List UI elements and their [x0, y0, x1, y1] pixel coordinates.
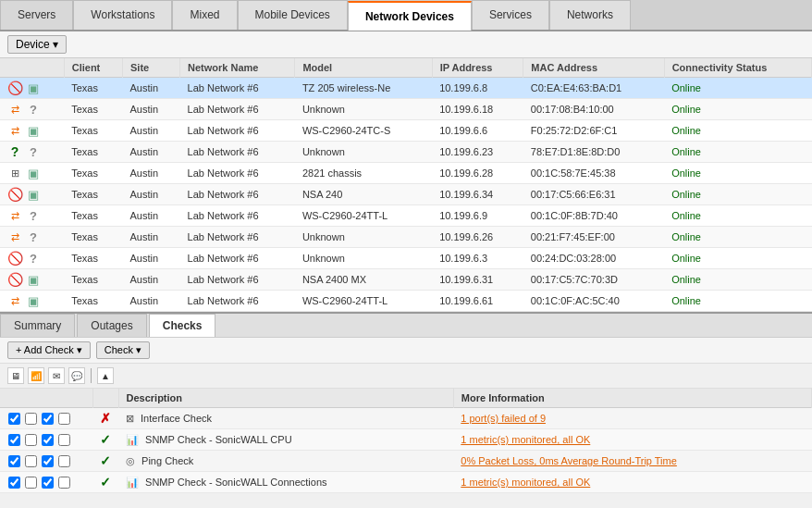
table-row[interactable]: ⇄ ? Texas Austin Lab Network #6 Unknown … — [0, 227, 812, 248]
check-more-info[interactable]: 0% Packet Loss, 0ms Average Round-Trip T… — [461, 455, 677, 466]
device-dropdown-button[interactable]: Device ▾ — [7, 35, 67, 54]
table-row[interactable]: ⇄ ? Texas Austin Lab Network #6 Unknown … — [0, 99, 812, 120]
checks-row[interactable]: ✓ 📊 SNMP Check - SonicWALL Connections 1… — [0, 472, 812, 493]
check-description: Interface Check — [141, 413, 212, 424]
table-row[interactable]: ⇄ ▣ Texas Austin Lab Network #6 WS-C2960… — [0, 120, 812, 142]
bottom-tab-summary[interactable]: Summary — [0, 314, 75, 337]
status-ok-icon: ✓ — [100, 432, 111, 447]
tab-workstations[interactable]: Workstations — [73, 0, 172, 30]
tab-mobile-devices[interactable]: Mobile Devices — [238, 0, 348, 30]
sort-icon[interactable]: ▲ — [97, 367, 114, 384]
cube-icon: ▣ — [26, 187, 41, 202]
checks-col-info: More Information — [453, 389, 811, 408]
network-cell: Lab Network #6 — [180, 269, 295, 291]
table-row[interactable]: ⊞ ▣ Texas Austin Lab Network #6 2821 cha… — [0, 163, 812, 184]
checks-info-cell[interactable]: 1 port(s) failed of 9 — [453, 408, 811, 429]
check-cb-1[interactable] — [25, 434, 37, 446]
monitor-icon[interactable]: 🖥 — [7, 367, 24, 384]
checks-row[interactable]: ✗ ⊠ Interface Check 1 port(s) failed of … — [0, 408, 812, 429]
network-cell: Lab Network #6 — [180, 248, 295, 269]
client-cell: Texas — [64, 291, 122, 312]
table-row[interactable]: ? ? Texas Austin Lab Network #6 Unknown … — [0, 142, 812, 163]
tab-networks[interactable]: Networks — [549, 0, 631, 30]
checks-status-cell: ✓ — [92, 472, 118, 493]
table-row[interactable]: 🚫 ? Texas Austin Lab Network #6 Unknown … — [0, 248, 812, 269]
table-row[interactable]: 🚫 ▣ Texas Austin Lab Network #6 NSA 2400… — [0, 269, 812, 291]
mac-cell: C0:EA:E4:63:BA:D1 — [523, 78, 664, 99]
model-cell: NSA 240 — [295, 184, 432, 205]
client-cell: Texas — [64, 163, 122, 184]
client-cell: Texas — [64, 142, 122, 163]
check-cb-3[interactable] — [58, 413, 70, 425]
col-model: Model — [295, 58, 432, 78]
table-row[interactable]: 🚫 ▣ Texas Austin Lab Network #6 NSA 240 … — [0, 184, 812, 205]
devices-table: Client Site Network Name Model IP Addres… — [0, 58, 812, 312]
network-cell: Lab Network #6 — [180, 142, 295, 163]
check-cb-2[interactable] — [42, 434, 54, 446]
check-cb-2[interactable] — [42, 455, 54, 467]
model-cell: NSA 2400 MX — [295, 269, 432, 291]
table-row[interactable]: 🚫 ▣ Texas Austin Lab Network #6 TZ 205 w… — [0, 78, 812, 99]
site-cell: Austin — [123, 99, 180, 120]
check-more-info[interactable]: 1 metric(s) monitored, all OK — [461, 434, 590, 445]
add-check-button[interactable]: + Add Check ▾ — [7, 341, 91, 359]
bottom-tab-checks[interactable]: Checks — [149, 314, 216, 337]
wifi-icon[interactable]: 📶 — [28, 367, 44, 384]
checks-cb-cell — [0, 451, 92, 472]
check-cb-3[interactable] — [58, 477, 70, 489]
table-row[interactable]: ⇄ ? Texas Austin Lab Network #6 WS-C2960… — [0, 205, 812, 227]
check-cb-1[interactable] — [25, 477, 37, 489]
ip-cell: 10.199.6.9 — [432, 205, 523, 227]
col-network-name: Network Name — [180, 58, 295, 78]
checks-info-cell[interactable]: 0% Packet Loss, 0ms Average Round-Trip T… — [453, 451, 811, 472]
site-cell: Austin — [123, 248, 180, 269]
cube-icon: ▣ — [26, 166, 41, 180]
check-description: SNMP Check - SonicWALL CPU — [145, 434, 292, 445]
check-more-info[interactable]: 1 port(s) failed of 9 — [461, 413, 546, 424]
check-cb-2[interactable] — [42, 477, 54, 489]
checks-row[interactable]: ✓ ◎ Ping Check 0% Packet Loss, 0ms Avera… — [0, 451, 812, 472]
checks-status-cell: ✓ — [92, 429, 118, 451]
check-cb-3[interactable] — [58, 455, 70, 467]
check-cb-1[interactable] — [25, 413, 37, 425]
checks-info-cell[interactable]: 1 metric(s) monitored, all OK — [453, 472, 811, 493]
unknown-icon: ? — [26, 102, 41, 117]
check-description: SNMP Check - SonicWALL Connections — [145, 477, 326, 488]
check-more-info[interactable]: 1 metric(s) monitored, all OK — [461, 477, 590, 488]
table-row[interactable]: ⇄ ▣ Texas Austin Lab Network #6 WS-C2960… — [0, 291, 812, 312]
site-cell: Austin — [123, 163, 180, 184]
check-button[interactable]: Check ▾ — [96, 341, 150, 359]
chat-icon[interactable]: 💬 — [68, 367, 85, 384]
ban-icon: 🚫 — [7, 272, 22, 287]
mail-icon[interactable]: ✉ — [48, 367, 65, 384]
checks-col-status — [92, 389, 118, 408]
tab-mixed[interactable]: Mixed — [172, 0, 237, 30]
network-cell: Lab Network #6 — [180, 163, 295, 184]
check-cb-0[interactable] — [8, 413, 20, 425]
mac-cell: 00:1C:58:7E:45:38 — [523, 163, 664, 184]
client-cell: Texas — [64, 205, 122, 227]
icon-cell: ⇄ ? — [0, 205, 64, 227]
tab-network-devices[interactable]: Network Devices — [348, 1, 472, 31]
check-cb-2[interactable] — [42, 413, 54, 425]
icon-cell: 🚫 ▣ — [0, 78, 64, 99]
arrow-icon: ⇄ — [7, 229, 22, 244]
tab-services[interactable]: Services — [472, 0, 549, 30]
check-cb-3[interactable] — [58, 434, 70, 446]
checks-col-cb — [0, 389, 92, 408]
check-cb-1[interactable] — [25, 455, 37, 467]
check-cb-0[interactable] — [8, 455, 20, 467]
checks-toolbar: + Add Check ▾ Check ▾ — [0, 338, 812, 364]
mac-cell: 00:17:C5:66:E6:31 — [523, 184, 664, 205]
tab-servers[interactable]: Servers — [0, 0, 73, 30]
network-cell: Lab Network #6 — [180, 205, 295, 227]
arrow-icon: ⇄ — [7, 208, 22, 223]
check-cb-0[interactable] — [8, 477, 20, 489]
icon-cell: ⊞ ▣ — [0, 163, 64, 184]
checks-row[interactable]: ✓ 📊 SNMP Check - SonicWALL CPU 1 metric(… — [0, 429, 812, 451]
status-cell: Online — [664, 269, 811, 291]
col-icons — [0, 58, 64, 78]
bottom-tab-outages[interactable]: Outages — [77, 314, 146, 337]
check-cb-0[interactable] — [8, 434, 20, 446]
checks-info-cell[interactable]: 1 metric(s) monitored, all OK — [453, 429, 811, 451]
